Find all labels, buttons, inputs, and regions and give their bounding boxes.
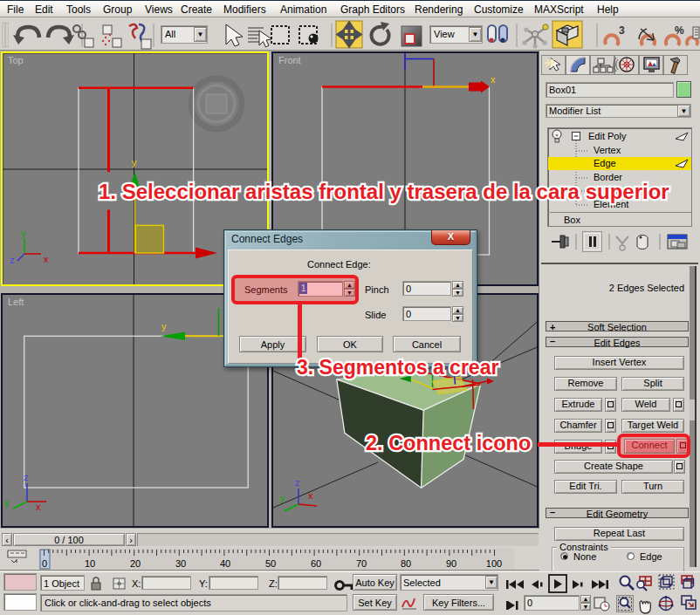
svg-text:10: 10 [85,558,95,569]
svg-text:40: 40 [220,558,230,569]
svg-text:70: 70 [356,558,367,569]
svg-text:60: 60 [311,558,321,569]
svg-text:x: x [491,74,496,85]
svg-text:z: z [10,255,15,265]
svg-text:x: x [308,490,313,501]
svg-text:z: z [24,472,29,482]
svg-text:80: 80 [401,558,411,569]
svg-text:z: z [295,477,300,488]
svg-text:0: 0 [42,558,47,569]
svg-text:100: 100 [486,558,502,569]
svg-text:x: x [36,502,41,512]
svg-text:y: y [161,321,167,331]
svg-text:90: 90 [446,558,456,569]
svg-text:3: 3 [619,24,625,37]
svg-text:y: y [4,497,10,508]
svg-text:30: 30 [175,558,186,569]
svg-text:y: y [132,157,137,167]
svg-text:%: % [675,24,684,37]
svg-text:20: 20 [130,558,141,569]
svg-text:50: 50 [265,558,276,569]
svg-text:y: y [280,493,285,503]
svg-text:x: x [44,254,49,264]
svg-text:y: y [21,228,26,238]
